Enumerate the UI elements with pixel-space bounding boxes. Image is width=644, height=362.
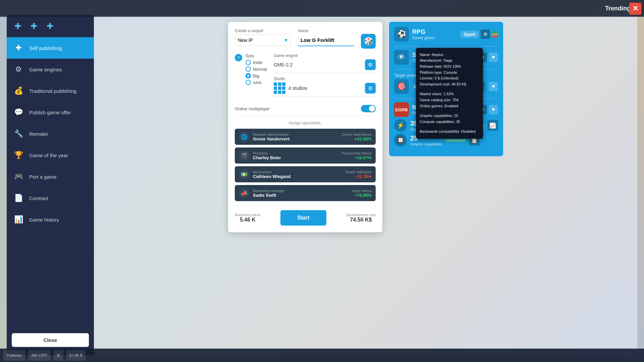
audience-heart-btn[interactable]: ♥ bbox=[489, 82, 498, 91]
tooltip-compute-caps: Compute capabilities: 35 bbox=[420, 119, 479, 125]
normal-label: Normal bbox=[253, 67, 267, 72]
sidebar-label-game-history: Game history bbox=[29, 217, 59, 223]
producer-icon: 🎬 bbox=[239, 150, 250, 161]
engine-gear-btn[interactable]: ⚙ bbox=[365, 59, 376, 70]
accountant-bonus: Taxes' reduction -31.78% bbox=[345, 170, 372, 179]
divider-1 bbox=[394, 46, 498, 47]
genre-bars bbox=[492, 31, 498, 38]
tooltip-name: Name: Neptun bbox=[420, 52, 479, 58]
add-icon-1[interactable]: ✚ bbox=[12, 20, 24, 32]
sidebar-item-game-history[interactable]: 📊 Game history bbox=[7, 209, 94, 230]
normal-radio[interactable] bbox=[246, 66, 251, 72]
multiplayer-label: Online multiplayer bbox=[235, 106, 270, 111]
development-cost-label: Development cost bbox=[346, 213, 376, 217]
sidebar-label-game-engines: Game engines bbox=[29, 67, 62, 72]
tooltip-manufacturer: Manufacturer: Saga bbox=[420, 58, 479, 64]
genre-title: RPG bbox=[412, 28, 435, 36]
hype-bonus-label: Hype bonus bbox=[352, 189, 372, 193]
accountant-info: Accountant Cathleen Wiegand bbox=[253, 170, 342, 179]
marketing-info: Marketing manager Sadie Swift bbox=[253, 189, 348, 198]
sidebar-item-traditional-publishing[interactable]: 💰 Traditional publishing bbox=[7, 80, 94, 102]
accountant-name: Cathleen Wiegand bbox=[253, 174, 342, 179]
game-form: Create a sequel New IP ▼ Name 🎲 bbox=[228, 22, 382, 232]
name-input[interactable] bbox=[298, 35, 354, 46]
genre-subtitle: Game genre bbox=[412, 36, 435, 40]
server-bonus-value: +43.58% bbox=[342, 136, 372, 141]
sidebar-label-port-a-game: Port a game bbox=[29, 174, 57, 180]
aaa-radio[interactable] bbox=[246, 80, 251, 85]
close-button[interactable]: Close bbox=[12, 333, 89, 347]
size-indie[interactable]: Indie bbox=[246, 60, 267, 65]
sidebar-item-port-a-game[interactable]: 🎮 Port a game bbox=[7, 166, 94, 187]
taskbar-item-2[interactable]: INK CRIT bbox=[28, 350, 51, 361]
sidebar-item-publish-game-offer[interactable]: 💬 Publish game offer bbox=[7, 102, 94, 123]
remake-icon: 🔧 bbox=[12, 127, 25, 140]
size-normal[interactable]: Normal bbox=[246, 66, 267, 72]
right-panel: ⚽ RPG Game genre Sport ⚙ bbox=[389, 22, 503, 156]
sidebar-label-contract: Contract bbox=[29, 195, 48, 201]
sidebar-label-traditional-publishing: Traditional publishing bbox=[29, 88, 76, 94]
accountant-icon: 💵 bbox=[239, 169, 250, 180]
tooltip-market-share: Market share: 1.53% bbox=[420, 91, 479, 97]
size-big[interactable]: Big bbox=[246, 73, 267, 78]
sidebar-label-self-publishing: Self publishing bbox=[29, 45, 62, 51]
multiplayer-toggle[interactable] bbox=[361, 105, 376, 112]
help-icon[interactable]: ? bbox=[235, 54, 242, 61]
required-points-label: Required points bbox=[235, 213, 261, 217]
market-trend-icon[interactable]: 📈 bbox=[487, 120, 498, 131]
development-cost-value: 74.50 K$ bbox=[350, 217, 372, 223]
specialists-header: Assign specialists. bbox=[235, 121, 376, 125]
content-area: Create a sequel New IP ▼ Name 🎲 bbox=[94, 15, 637, 355]
studio-gear-btn[interactable]: ⚙ bbox=[365, 83, 376, 94]
graphic-label: Graphic capabilities bbox=[410, 142, 442, 146]
aaa-label: AAA bbox=[253, 80, 262, 85]
contract-icon: 📄 bbox=[12, 191, 25, 205]
sidebar-item-game-engines[interactable]: ⚙ Game engines bbox=[7, 59, 94, 80]
specialist-marketing[interactable]: 📣 Marketing manager Sadie Swift Hype bon… bbox=[235, 185, 376, 201]
sequel-label: Create a sequel bbox=[235, 28, 291, 33]
target-icon: 🎯 bbox=[394, 79, 409, 94]
add-icon-2[interactable]: ✚ bbox=[28, 20, 40, 32]
server-bonus-label: Server load bonus bbox=[342, 132, 372, 136]
specialist-accountant[interactable]: 💵 Accountant Cathleen Wiegand Taxes' red… bbox=[235, 166, 376, 182]
genre-text: RPG Game genre bbox=[412, 28, 435, 40]
platform-heart-btn[interactable]: ♥ bbox=[489, 105, 498, 114]
tooltip-type: Platform type: Console bbox=[420, 70, 479, 76]
graphic-trend-icon[interactable]: 📋 Name: Neptun Manufacturer: Saga Releas… bbox=[469, 135, 480, 145]
big-radio[interactable] bbox=[246, 73, 251, 78]
marketing-name: Sadie Swift bbox=[253, 193, 348, 198]
theme-heart-btn[interactable]: ♥ bbox=[489, 53, 498, 62]
indie-radio[interactable] bbox=[246, 60, 251, 65]
producer-bonus: Productivity bonus +16.07% bbox=[341, 151, 372, 160]
sidebar-item-game-of-the-year[interactable]: 🏆 Game of the year bbox=[7, 144, 94, 166]
sidebar-item-contract[interactable]: 📄 Contract bbox=[7, 187, 94, 209]
graphic-row: 🔲 25 Graphic capabilities Unlocked 📋 Nam… bbox=[394, 134, 498, 146]
taxes-bonus-label: Taxes' reduction bbox=[345, 170, 372, 174]
specialist-network-admin[interactable]: 🌐 Network administrator Grove Vandervort… bbox=[235, 129, 376, 145]
sidebar-item-self-publishing[interactable]: ✚ Self publishing bbox=[7, 37, 94, 59]
taskbar-item-1[interactable]: Publisher bbox=[3, 350, 25, 361]
genre-gear-btn[interactable]: ⚙ bbox=[481, 29, 490, 39]
taskbar-item-4[interactable]: 67.4K $ bbox=[66, 350, 86, 361]
main-container: ✚ ✚ ✚ ✚ Self publishing ⚙ Game engines 💰… bbox=[7, 15, 637, 355]
dice-icon[interactable]: 🎲 bbox=[361, 34, 376, 49]
sidebar-item-remake[interactable]: 🔧 Remake bbox=[7, 123, 94, 144]
bar-3 bbox=[492, 36, 498, 38]
marketing-role: Marketing manager bbox=[253, 189, 348, 193]
size-aaa[interactable]: AAA bbox=[246, 80, 267, 85]
history-icon: 📊 bbox=[12, 213, 25, 226]
close-x-button[interactable]: ✕ bbox=[629, 3, 641, 15]
tooltip-backwards: Backwards compatibility: Disabled bbox=[420, 129, 479, 135]
network-admin-role: Network administrator bbox=[253, 132, 338, 136]
specialist-producer[interactable]: 🎬 Producer Charley Beier Productivity bo… bbox=[235, 147, 376, 164]
port-icon: 🎮 bbox=[12, 170, 25, 183]
add-icon-3[interactable]: ✚ bbox=[44, 20, 56, 32]
start-button[interactable]: Start bbox=[280, 210, 326, 226]
studio-field: 4 studios ⚙ bbox=[274, 82, 376, 97]
platform-section: EGRB Neptun Platform ⚙ ♥ ⚡ 35 Compu bbox=[394, 102, 498, 146]
taskbar-item-3[interactable]: ⚙ bbox=[53, 350, 63, 361]
sequel-select[interactable]: New IP bbox=[235, 35, 291, 46]
size-options: Size Indie Normal bbox=[246, 53, 267, 85]
producer-info: Producer Charley Beier bbox=[253, 151, 338, 160]
sidebar: ✚ ✚ ✚ ✚ Self publishing ⚙ Game engines 💰… bbox=[7, 15, 94, 355]
